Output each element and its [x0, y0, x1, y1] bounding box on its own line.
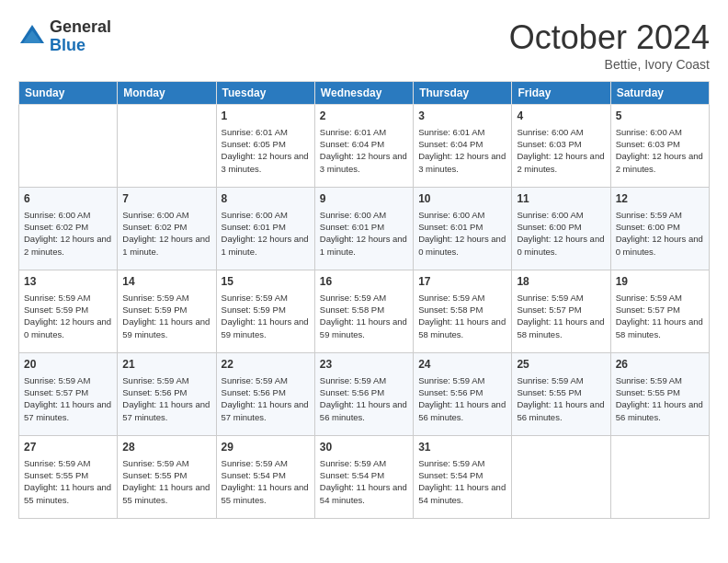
calendar-day-cell: 27Sunrise: 5:59 AM Sunset: 5:55 PM Dayli… — [19, 436, 118, 519]
day-number: 16 — [320, 274, 408, 290]
calendar-day-cell: 6Sunrise: 6:00 AM Sunset: 6:02 PM Daylig… — [19, 188, 118, 270]
day-number: 21 — [122, 357, 210, 373]
calendar-day-header: Tuesday — [216, 82, 314, 105]
calendar-week-row: 27Sunrise: 5:59 AM Sunset: 5:55 PM Dayli… — [19, 436, 710, 519]
calendar-day-header: Sunday — [19, 82, 118, 105]
calendar-day-header: Thursday — [414, 82, 512, 105]
day-info: Sunrise: 6:00 AM Sunset: 6:00 PM Dayligh… — [517, 209, 605, 258]
calendar-day-header: Wednesday — [314, 82, 413, 105]
logo-general-text: General — [50, 18, 111, 37]
day-number: 10 — [418, 191, 506, 207]
day-number: 25 — [517, 357, 605, 373]
location-subtitle: Bettie, Ivory Coast — [509, 57, 710, 72]
calendar-day-cell — [19, 105, 118, 188]
day-info: Sunrise: 5:59 AM Sunset: 6:00 PM Dayligh… — [616, 209, 704, 258]
day-info: Sunrise: 6:01 AM Sunset: 6:04 PM Dayligh… — [418, 126, 506, 175]
calendar-day-cell: 31Sunrise: 5:59 AM Sunset: 5:54 PM Dayli… — [414, 436, 512, 519]
logo: General Blue — [18, 18, 111, 55]
calendar-day-cell: 17Sunrise: 5:59 AM Sunset: 5:58 PM Dayli… — [414, 270, 512, 353]
title-block: October 2024 Bettie, Ivory Coast — [509, 18, 710, 72]
calendar-body: 1Sunrise: 6:01 AM Sunset: 6:05 PM Daylig… — [19, 105, 710, 519]
calendar-day-cell: 11Sunrise: 6:00 AM Sunset: 6:00 PM Dayli… — [512, 188, 610, 270]
day-number: 8 — [222, 191, 310, 207]
calendar-week-row: 6Sunrise: 6:00 AM Sunset: 6:02 PM Daylig… — [19, 188, 710, 270]
day-info: Sunrise: 5:59 AM Sunset: 5:59 PM Dayligh… — [24, 292, 112, 340]
calendar-day-cell: 29Sunrise: 5:59 AM Sunset: 5:54 PM Dayli… — [216, 436, 314, 519]
day-number: 28 — [122, 440, 210, 455]
calendar-day-cell: 20Sunrise: 5:59 AM Sunset: 5:57 PM Dayli… — [19, 353, 118, 436]
day-info: Sunrise: 5:59 AM Sunset: 5:56 PM Dayligh… — [122, 374, 210, 423]
day-info: Sunrise: 5:59 AM Sunset: 5:56 PM Dayligh… — [418, 374, 506, 423]
day-number: 4 — [517, 109, 605, 124]
calendar-day-cell: 13Sunrise: 5:59 AM Sunset: 5:59 PM Dayli… — [19, 270, 118, 353]
day-number: 18 — [517, 274, 605, 290]
calendar-day-cell: 18Sunrise: 5:59 AM Sunset: 5:57 PM Dayli… — [512, 270, 610, 353]
day-info: Sunrise: 5:59 AM Sunset: 5:56 PM Dayligh… — [222, 374, 310, 423]
calendar-day-cell: 4Sunrise: 6:00 AM Sunset: 6:03 PM Daylig… — [512, 105, 610, 188]
day-info: Sunrise: 5:59 AM Sunset: 5:58 PM Dayligh… — [418, 292, 506, 340]
calendar-day-cell — [118, 105, 216, 188]
day-number: 14 — [122, 274, 210, 290]
day-info: Sunrise: 6:00 AM Sunset: 6:03 PM Dayligh… — [616, 126, 704, 175]
day-info: Sunrise: 6:01 AM Sunset: 6:05 PM Dayligh… — [222, 126, 310, 175]
calendar-week-row: 20Sunrise: 5:59 AM Sunset: 5:57 PM Dayli… — [19, 353, 710, 436]
calendar-day-cell: 22Sunrise: 5:59 AM Sunset: 5:56 PM Dayli… — [216, 353, 314, 436]
day-number: 15 — [222, 274, 310, 290]
day-info: Sunrise: 6:00 AM Sunset: 6:01 PM Dayligh… — [418, 209, 506, 258]
day-info: Sunrise: 5:59 AM Sunset: 5:57 PM Dayligh… — [616, 292, 704, 340]
calendar-day-header: Monday — [118, 82, 216, 105]
day-number: 9 — [320, 191, 408, 207]
calendar-day-cell: 15Sunrise: 5:59 AM Sunset: 5:59 PM Dayli… — [216, 270, 314, 353]
day-number: 6 — [24, 191, 112, 207]
day-number: 30 — [320, 440, 408, 455]
day-number: 7 — [122, 191, 210, 207]
calendar-week-row: 13Sunrise: 5:59 AM Sunset: 5:59 PM Dayli… — [19, 270, 710, 353]
day-number: 27 — [24, 440, 112, 455]
calendar-day-cell: 21Sunrise: 5:59 AM Sunset: 5:56 PM Dayli… — [118, 353, 216, 436]
day-info: Sunrise: 5:59 AM Sunset: 5:55 PM Dayligh… — [122, 457, 210, 506]
day-number: 22 — [222, 357, 310, 373]
day-info: Sunrise: 5:59 AM Sunset: 5:55 PM Dayligh… — [24, 457, 112, 506]
day-number: 1 — [222, 109, 310, 124]
calendar-day-cell: 26Sunrise: 5:59 AM Sunset: 5:55 PM Dayli… — [610, 353, 709, 436]
calendar-day-cell: 8Sunrise: 6:00 AM Sunset: 6:01 PM Daylig… — [216, 188, 314, 270]
calendar-day-cell — [610, 436, 709, 519]
day-info: Sunrise: 5:59 AM Sunset: 5:54 PM Dayligh… — [320, 457, 408, 506]
month-title: October 2024 — [509, 18, 710, 57]
day-number: 17 — [418, 274, 506, 290]
calendar-table: SundayMondayTuesdayWednesdayThursdayFrid… — [18, 81, 710, 519]
day-number: 13 — [24, 274, 112, 290]
calendar-day-cell: 16Sunrise: 5:59 AM Sunset: 5:58 PM Dayli… — [314, 270, 413, 353]
day-info: Sunrise: 5:59 AM Sunset: 5:57 PM Dayligh… — [517, 292, 605, 340]
day-number: 19 — [616, 274, 704, 290]
calendar-day-cell: 14Sunrise: 5:59 AM Sunset: 5:59 PM Dayli… — [118, 270, 216, 353]
calendar-day-header: Friday — [512, 82, 610, 105]
day-info: Sunrise: 5:59 AM Sunset: 5:59 PM Dayligh… — [122, 292, 210, 340]
logo-blue-text: Blue — [50, 37, 111, 55]
calendar-day-cell: 1Sunrise: 6:01 AM Sunset: 6:05 PM Daylig… — [216, 105, 314, 188]
day-info: Sunrise: 5:59 AM Sunset: 5:54 PM Dayligh… — [222, 457, 310, 506]
calendar-day-cell: 10Sunrise: 6:00 AM Sunset: 6:01 PM Dayli… — [414, 188, 512, 270]
calendar-day-header: Saturday — [610, 82, 709, 105]
day-number: 26 — [616, 357, 704, 373]
day-info: Sunrise: 5:59 AM Sunset: 5:55 PM Dayligh… — [517, 374, 605, 423]
calendar-day-cell: 2Sunrise: 6:01 AM Sunset: 6:04 PM Daylig… — [314, 105, 413, 188]
calendar-day-cell: 30Sunrise: 5:59 AM Sunset: 5:54 PM Dayli… — [314, 436, 413, 519]
day-info: Sunrise: 6:00 AM Sunset: 6:02 PM Dayligh… — [122, 209, 210, 258]
day-number: 3 — [418, 109, 506, 124]
calendar-header-row: SundayMondayTuesdayWednesdayThursdayFrid… — [19, 82, 710, 105]
calendar-day-cell: 24Sunrise: 5:59 AM Sunset: 5:56 PM Dayli… — [414, 353, 512, 436]
day-info: Sunrise: 5:59 AM Sunset: 5:54 PM Dayligh… — [418, 457, 506, 506]
day-number: 20 — [24, 357, 112, 373]
logo-icon — [18, 23, 46, 51]
day-info: Sunrise: 5:59 AM Sunset: 5:59 PM Dayligh… — [222, 292, 310, 340]
calendar-day-cell: 23Sunrise: 5:59 AM Sunset: 5:56 PM Dayli… — [314, 353, 413, 436]
calendar-day-cell — [512, 436, 610, 519]
page-header: General Blue October 2024 Bettie, Ivory … — [18, 18, 710, 72]
day-info: Sunrise: 6:00 AM Sunset: 6:03 PM Dayligh… — [517, 126, 605, 175]
day-number: 24 — [418, 357, 506, 373]
calendar-day-cell: 28Sunrise: 5:59 AM Sunset: 5:55 PM Dayli… — [118, 436, 216, 519]
day-number: 29 — [222, 440, 310, 455]
calendar-day-cell: 9Sunrise: 6:00 AM Sunset: 6:01 PM Daylig… — [314, 188, 413, 270]
day-info: Sunrise: 6:00 AM Sunset: 6:02 PM Dayligh… — [24, 209, 112, 258]
